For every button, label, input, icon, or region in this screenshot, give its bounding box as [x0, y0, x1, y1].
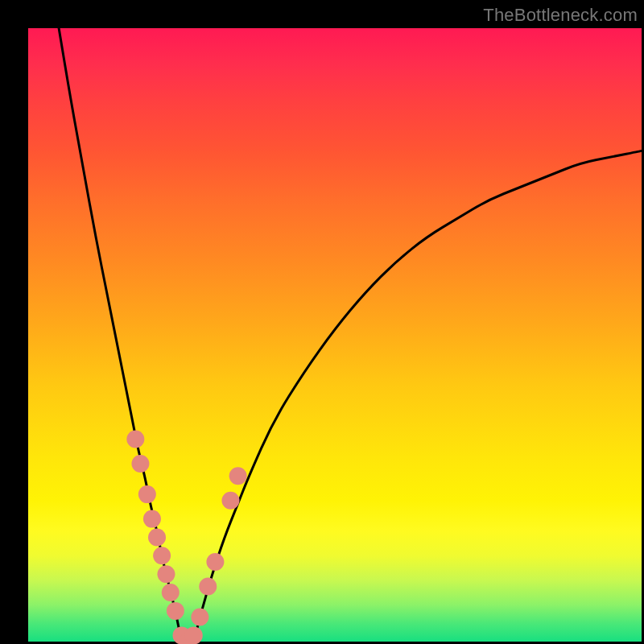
plot-area [28, 28, 642, 642]
watermark-text: TheBottleneck.com [483, 5, 638, 26]
scatter-dot [153, 547, 171, 564]
scatter-dot [185, 626, 203, 644]
scatter-dot [157, 565, 175, 583]
scatter-dot [206, 553, 224, 571]
scatter-dot [199, 577, 217, 595]
scatter-dots [126, 431, 246, 644]
curve-lines [59, 28, 642, 642]
chart-frame: TheBottleneck.com [0, 0, 644, 644]
scatter-dot [148, 528, 166, 546]
scatter-dot [131, 455, 149, 473]
curve-right-branch [194, 151, 642, 642]
scatter-dot [191, 609, 208, 626]
scatter-dot [162, 584, 180, 601]
chart-svg [28, 28, 642, 642]
scatter-dot [126, 431, 144, 448]
scatter-dot [167, 602, 184, 620]
scatter-dot [143, 510, 161, 528]
scatter-dot [138, 485, 156, 503]
scatter-dot [221, 492, 239, 510]
scatter-dot [229, 467, 247, 485]
